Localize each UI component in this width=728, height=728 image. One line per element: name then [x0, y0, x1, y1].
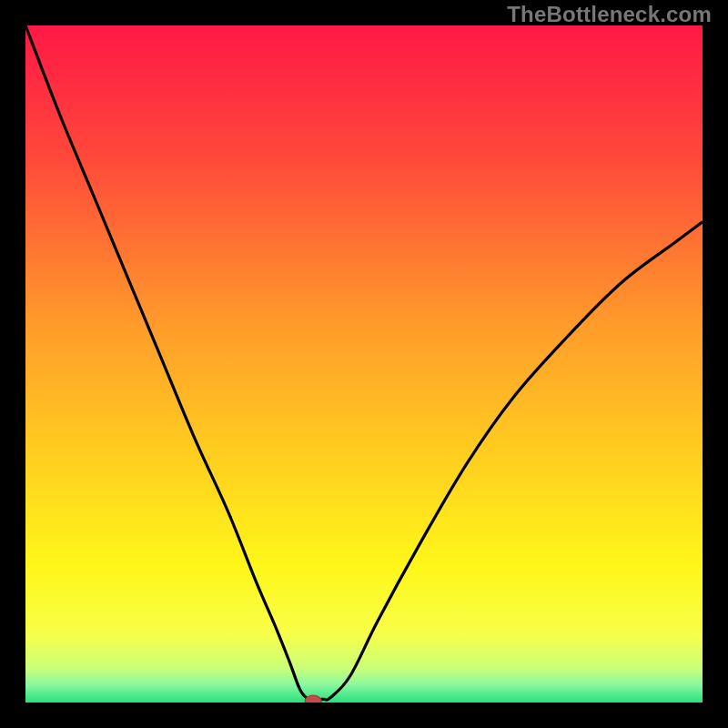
bottleneck-chart — [25, 25, 703, 703]
chart-svg — [25, 25, 703, 703]
optimal-point-marker — [305, 695, 321, 703]
watermark-text: TheBottleneck.com — [507, 2, 712, 27]
chart-frame: TheBottleneck.com — [0, 0, 728, 728]
gradient-background — [25, 25, 703, 703]
